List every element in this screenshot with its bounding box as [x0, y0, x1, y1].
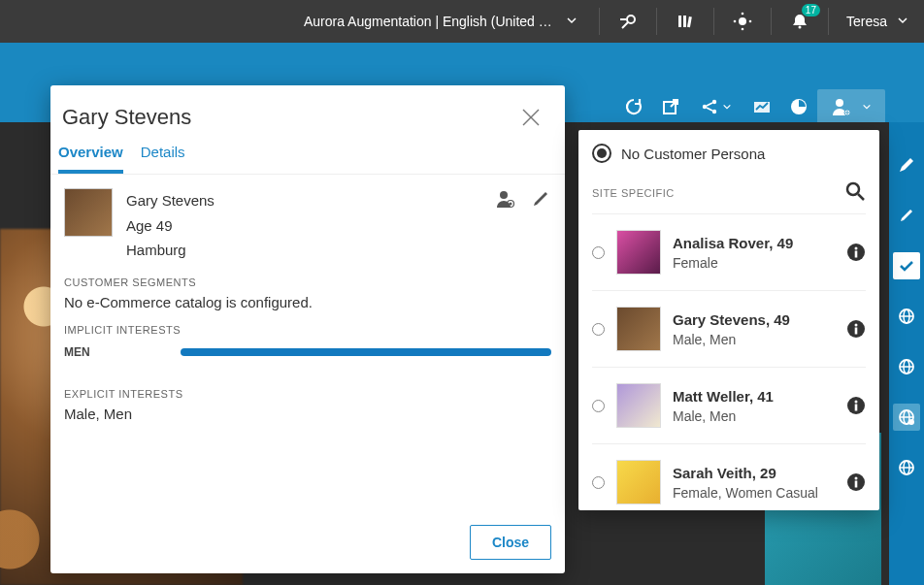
- svg-point-40: [847, 183, 859, 195]
- persona-selector-panel: No Customer Persona SITE SPECIFIC Analis…: [578, 130, 879, 510]
- persona-radio[interactable]: [592, 323, 605, 336]
- persona-row[interactable]: Gary Stevens, 49 Male, Men: [592, 291, 866, 368]
- svg-point-52: [855, 477, 858, 480]
- persona-text: Sarah Veith, 29 Female, Women Casual: [673, 465, 835, 501]
- persona-list: Analisa Rover, 49 Female Gary Stevens, 4…: [592, 214, 866, 520]
- rail-check-icon[interactable]: [893, 252, 920, 279]
- profile-name: Gary Stevens: [126, 188, 481, 213]
- persona-row[interactable]: Matt Weller, 41 Male, Men: [592, 368, 866, 444]
- svg-point-9: [734, 20, 737, 23]
- svg-point-10: [749, 20, 752, 23]
- divider: [828, 8, 829, 35]
- notifications-button[interactable]: 17: [785, 7, 814, 36]
- persona-name: Sarah Veith, 29: [673, 465, 835, 481]
- persona-text: Analisa Rover, 49 Female: [673, 235, 835, 271]
- svg-point-46: [855, 324, 858, 327]
- tab-overview[interactable]: Overview: [58, 144, 123, 174]
- persona-meta: Female: [673, 255, 835, 271]
- rail-globe-icon[interactable]: [893, 303, 920, 330]
- no-persona-row[interactable]: No Customer Persona: [592, 140, 866, 173]
- persona-menu-button[interactable]: [817, 89, 885, 124]
- svg-line-1: [622, 22, 628, 28]
- svg-point-7: [742, 13, 744, 16]
- profile-city: Hamburg: [126, 238, 481, 263]
- rail-globe-icon-3[interactable]: [893, 454, 920, 481]
- persona-avatar: [616, 307, 661, 351]
- right-rail: [889, 122, 924, 585]
- modal-title: Gary Stevens: [62, 105, 191, 130]
- svg-line-41: [858, 194, 864, 200]
- no-persona-radio[interactable]: [592, 144, 611, 163]
- persona-name: Matt Weller, 41: [673, 388, 835, 405]
- edit-icon[interactable]: [530, 188, 551, 210]
- svg-rect-47: [855, 328, 858, 335]
- svg-point-0: [627, 16, 635, 23]
- persona-radio[interactable]: [592, 476, 605, 489]
- time-icon[interactable]: [780, 89, 817, 124]
- chevron-down-icon: [897, 14, 908, 29]
- persona-meta: Female, Women Casual: [673, 485, 835, 501]
- persona-meta: Male, Men: [673, 332, 835, 347]
- svg-point-43: [855, 247, 858, 250]
- explicit-interests-text: Male, Men: [64, 406, 551, 422]
- customer-segments-label: CUSTOMER SEGMENTS: [64, 276, 551, 288]
- locator-icon[interactable]: [728, 7, 757, 36]
- profile-age: Age 49: [126, 213, 481, 239]
- close-icon[interactable]: [518, 105, 544, 130]
- svg-point-13: [703, 105, 707, 109]
- modal-body: Gary Stevens Age 49 Hamburg CUSTOMER SEG…: [50, 175, 565, 513]
- implicit-interest-bar: [181, 348, 551, 356]
- persona-name: Analisa Rover, 49: [673, 235, 835, 251]
- view-icon[interactable]: [495, 188, 516, 210]
- svg-point-31: [908, 419, 914, 425]
- top-bar: Aurora Augmentation | English (United St…: [0, 0, 924, 43]
- persona-text: Gary Stevens, 49 Male, Men: [673, 311, 835, 347]
- rail-pen-icon[interactable]: [893, 202, 920, 229]
- tab-details[interactable]: Details: [141, 144, 185, 174]
- svg-rect-4: [683, 16, 686, 27]
- svg-rect-44: [855, 251, 858, 258]
- open-external-button[interactable]: [652, 89, 689, 124]
- persona-radio[interactable]: [592, 246, 605, 259]
- persona-avatar: [616, 383, 661, 428]
- site-language-selector[interactable]: Aurora Augmentation | English (United St…: [304, 14, 578, 29]
- divider: [771, 8, 772, 35]
- persona-detail-modal: Gary Stevens Overview Details Gary Steve…: [50, 85, 565, 573]
- svg-rect-3: [678, 16, 681, 27]
- refresh-button[interactable]: [615, 89, 652, 124]
- modal-tabs: Overview Details: [50, 136, 565, 175]
- search-icon[interactable]: [844, 180, 866, 206]
- user-menu[interactable]: Teresa: [846, 14, 908, 29]
- close-button[interactable]: Close: [470, 525, 551, 560]
- persona-radio[interactable]: [592, 400, 605, 412]
- chevron-down-icon: [566, 14, 578, 29]
- persona-avatar: [616, 230, 661, 275]
- info-icon[interactable]: [846, 396, 866, 415]
- profile-text: Gary Stevens Age 49 Hamburg: [126, 188, 481, 263]
- rail-brush-icon[interactable]: [893, 151, 920, 179]
- implicit-interest-row: MEN: [64, 345, 551, 359]
- info-icon[interactable]: [846, 319, 866, 339]
- persona-row[interactable]: Sarah Veith, 29 Female, Women Casual: [592, 444, 866, 520]
- rail-globe-active-icon[interactable]: [893, 404, 920, 431]
- user-name-label: Teresa: [846, 14, 887, 29]
- notification-badge: 17: [802, 4, 820, 16]
- customer-segments-text: No e-Commerce catalog is configured.: [64, 294, 551, 310]
- analytics-icon[interactable]: [743, 89, 780, 124]
- svg-point-39: [510, 203, 512, 206]
- search-tool-icon[interactable]: [613, 7, 643, 36]
- implicit-interests-label: IMPLICIT INTERESTS: [64, 324, 551, 336]
- share-menu[interactable]: [689, 89, 743, 124]
- persona-row[interactable]: Analisa Rover, 49 Female: [592, 214, 866, 291]
- no-persona-label: No Customer Persona: [621, 146, 765, 162]
- library-icon[interactable]: [671, 7, 700, 36]
- rail-globe-icon-2[interactable]: [893, 353, 920, 380]
- modal-header: Gary Stevens: [50, 85, 565, 136]
- modal-footer: Close: [50, 513, 565, 573]
- divider: [713, 8, 714, 35]
- persona-text: Matt Weller, 41 Male, Men: [673, 388, 835, 424]
- info-icon[interactable]: [846, 243, 866, 262]
- info-icon[interactable]: [846, 472, 866, 492]
- svg-point-11: [798, 26, 801, 29]
- svg-line-17: [707, 108, 712, 111]
